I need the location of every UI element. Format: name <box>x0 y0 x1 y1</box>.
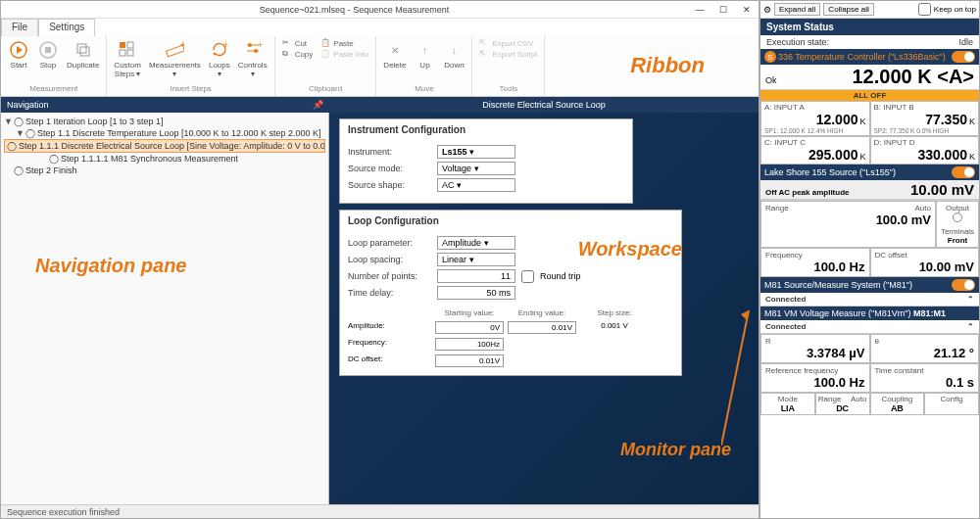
svg-text:+: + <box>180 40 184 50</box>
monitor-pane: ⚙ Expand all Collapse all Keep on top Sy… <box>760 0 980 519</box>
app-tabs: File Settings <box>1 19 759 36</box>
custom-steps-icon <box>118 40 137 60</box>
titlebar: Sequence~021.mlseq - Sequence Measuremen… <box>1 1 759 19</box>
svg-rect-4 <box>77 44 86 53</box>
maximize-button[interactable]: ☐ <box>711 1 735 19</box>
controls-button[interactable]: + Controls ▾ <box>235 38 270 80</box>
source-shape-select[interactable]: AC ▾ <box>437 178 515 192</box>
pin-icon[interactable]: 📌 <box>313 100 323 110</box>
device-336-toggle[interactable] <box>952 51 975 63</box>
paste-icon: 📋 <box>320 38 330 48</box>
paste-button[interactable]: 📋Paste <box>320 38 368 48</box>
main-window: Sequence~021.mlseq - Sequence Measuremen… <box>0 0 760 519</box>
measurements-button[interactable]: + Measurements ▾ <box>146 38 204 80</box>
svg-rect-3 <box>45 47 51 53</box>
up-button[interactable]: ↑Up <box>411 38 438 71</box>
loop-spacing-select[interactable]: Linear ▾ <box>437 253 515 266</box>
instrument-config-panel: Instrument Configuration Instrument:Ls15… <box>339 118 633 204</box>
all-off-bar[interactable]: ALL OFF <box>760 90 979 101</box>
dcoffset-input[interactable]: 0.01V <box>435 354 504 367</box>
svg-marker-1 <box>17 46 23 54</box>
step-icon: ◯ <box>49 154 59 164</box>
tree-item[interactable]: ▼◯Step 1.1 Discrete Temperature Loop [10… <box>4 127 325 139</box>
input-cell: D: INPUT D330.000K <box>870 136 980 165</box>
window-title: Sequence~021.mlseq - Sequence Measuremen… <box>21 5 688 15</box>
workspace: Workspace Monitor pane Instrument Config… <box>329 113 759 504</box>
input-cell: A: INPUT A12.000KSP1: 12.000 K 12.4% HIG… <box>760 101 870 136</box>
down-icon: ↓ <box>444 40 464 60</box>
device-ls155-toggle[interactable] <box>952 166 975 178</box>
down-button[interactable]: ↓Down <box>440 38 467 71</box>
svg-rect-5 <box>80 47 89 56</box>
start-button[interactable]: Start <box>5 38 32 71</box>
nav-header: Navigation 📌 <box>1 97 329 113</box>
keep-on-top-checkbox[interactable] <box>918 3 931 16</box>
status-bar: Sequence execution finished <box>1 504 759 518</box>
step-icon: ◯ <box>25 128 35 138</box>
copy-button[interactable]: ⧉Copy <box>282 49 314 59</box>
device-m81-toggle[interactable] <box>952 279 975 291</box>
paste-into-button[interactable]: 📋Paste Into <box>320 49 368 59</box>
ribbon: Ribbon Start Stop Duplicate Measurement <box>1 36 759 97</box>
source-mode-select[interactable]: Voltage ▾ <box>437 162 515 175</box>
svg-rect-9 <box>127 50 133 56</box>
device-m81vm-header[interactable]: M81 VM Voltage Measure ("M81Vm") M81:M1 <box>760 307 979 320</box>
step-icon: ◯ <box>7 141 17 151</box>
duplicate-button[interactable]: Duplicate <box>64 38 102 71</box>
arrow-icon <box>721 308 751 446</box>
tree-item[interactable]: ◯Step 1.1.1 Discrete Electrical Source L… <box>4 139 325 153</box>
stop-button[interactable]: Stop <box>34 38 62 71</box>
paste-into-icon: 📋 <box>320 49 330 59</box>
gear-icon[interactable]: ⚙ <box>763 5 771 15</box>
amp-end-input[interactable]: 0.01V <box>508 321 576 334</box>
freq-input[interactable]: 100Hz <box>435 338 504 351</box>
export-csv-button[interactable]: ⇱Export CSV <box>479 38 537 48</box>
tab-settings[interactable]: Settings <box>38 19 95 36</box>
tab-file[interactable]: File <box>1 19 38 36</box>
up-icon: ↑ <box>415 40 434 60</box>
svg-text:+: + <box>258 40 263 50</box>
instrument-select[interactable]: Ls155 ▾ <box>437 145 515 159</box>
chevron-up-icon[interactable]: ⌃ <box>967 295 974 304</box>
loop-param-select[interactable]: Amplitude ▾ <box>437 236 515 250</box>
output-indicator[interactable] <box>953 212 962 222</box>
delete-button[interactable]: ✕Delete <box>380 38 409 71</box>
ribbon-annotation: Ribbon <box>630 53 705 78</box>
chevron-up-icon[interactable]: ⌃ <box>967 322 974 331</box>
time-delay-input[interactable]: 50 ms <box>437 286 515 300</box>
collapse-all-button[interactable]: Collapse all <box>823 3 873 16</box>
expand-all-button[interactable]: Expand all <box>774 3 820 16</box>
device-336-header[interactable]: S 336 Temperature Controller ("Ls336Basi… <box>760 49 979 65</box>
workspace-annotation: Workspace <box>578 238 682 260</box>
custom-steps-button[interactable]: Custom Steps ▾ <box>111 38 144 80</box>
export-script-button[interactable]: ⇱Export Script <box>479 49 537 59</box>
workspace-header: Discrete Electrical Source Loop <box>329 97 759 113</box>
csv-icon: ⇱ <box>479 38 489 48</box>
round-trip-checkbox[interactable] <box>521 270 534 283</box>
stop-icon <box>38 40 58 60</box>
npoints-input[interactable]: 11 <box>437 269 515 283</box>
tree-item[interactable]: ◯Step 1.1.1.1 M81 Synchronous Measuremen… <box>4 153 325 165</box>
minimize-button[interactable]: — <box>688 1 711 19</box>
step-icon: ◯ <box>14 165 24 175</box>
close-button[interactable]: ✕ <box>735 1 759 19</box>
device-icon: S <box>764 51 776 63</box>
tree-item[interactable]: ◯Step 2 Finish <box>4 165 325 176</box>
input-cell: C: INPUT C295.000K <box>760 136 870 165</box>
ls155-range: 100.0 mV <box>765 212 931 227</box>
navigation-pane: Navigation pane ▼◯Step 1 Iteration Loop … <box>1 113 329 504</box>
loops-button[interactable]: + Loops ▾ <box>206 38 233 80</box>
svg-text:+: + <box>223 40 228 50</box>
amp-start-input[interactable]: 0V <box>435 321 504 334</box>
tree-item[interactable]: ▼◯Step 1 Iteration Loop [1 to 3 step 1] <box>4 116 325 127</box>
monitor-annotation: Monitor pane <box>620 440 731 460</box>
svg-rect-6 <box>120 42 125 48</box>
d336-reading: 12.000 K <A> <box>852 66 974 88</box>
play-icon <box>9 40 28 60</box>
cut-button[interactable]: ✂Cut <box>282 38 314 48</box>
copy-icon: ⧉ <box>282 49 292 59</box>
nav-annotation: Navigation pane <box>35 255 186 277</box>
device-m81-header[interactable]: M81 Source/Measure System ("M81") <box>760 277 979 293</box>
device-ls155-header[interactable]: Lake Shore 155 Source ("Ls155") <box>760 165 979 180</box>
svg-line-19 <box>721 310 749 446</box>
